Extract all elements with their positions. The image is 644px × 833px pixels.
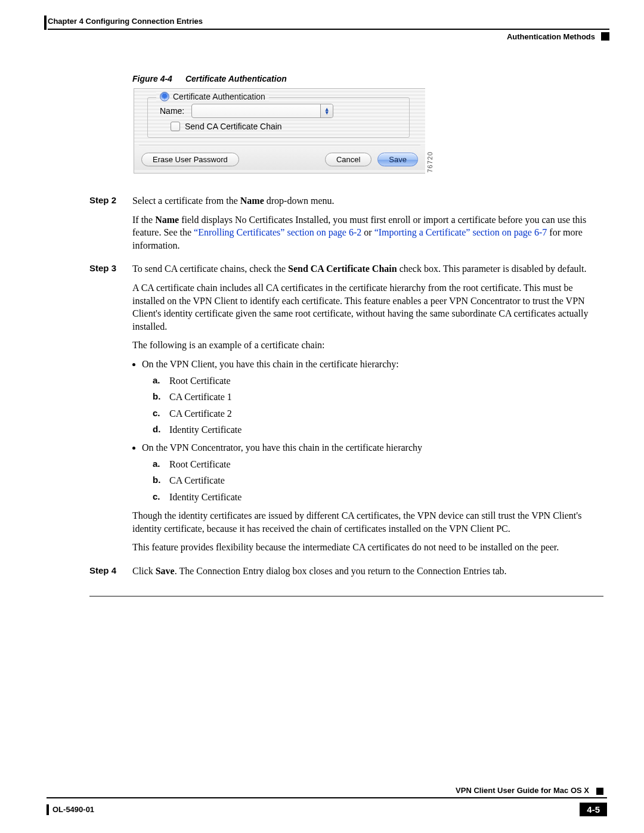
step-3-p1: To send CA certificate chains, check the…	[132, 262, 603, 275]
header-chapter: Chapter 4 Configuring Connection Entries	[48, 17, 203, 26]
step-2-p2: If the Name field displays No Certificat…	[132, 213, 603, 252]
radio-selected-icon	[160, 92, 169, 101]
cert-auth-radio-label: Certificate Authentication	[173, 92, 265, 101]
footer-guide-title: VPN Client User Guide for Mac OS X	[456, 786, 589, 795]
step-4-p1: Click Save. The Connection Entry dialog …	[132, 565, 603, 578]
step-label: Step 3	[89, 262, 122, 560]
header-square-icon	[601, 32, 609, 41]
figure-label: Figure 4-4	[132, 74, 172, 83]
cancel-button[interactable]: Cancel	[325, 153, 371, 166]
chain-checkbox-label: Send CA Certificate Chain	[185, 122, 282, 131]
checkbox-icon	[171, 122, 180, 131]
step-3-p4: Though the identity certificates are iss…	[132, 509, 603, 535]
erase-password-button[interactable]: Erase User Password	[141, 153, 239, 166]
step-3-p5: This feature provides flexibility becaus…	[132, 541, 603, 554]
figure-panel: Certificate Authentication Name: ▲▼ Send…	[134, 88, 425, 174]
step-2: Step 2 Select a certificate from the Nam…	[89, 194, 603, 258]
step-4: Step 4 Click Save. The Connection Entry …	[89, 565, 603, 584]
end-rule	[89, 596, 603, 597]
step-3: Step 3 To send CA certificate chains, ch…	[89, 262, 603, 560]
link-enrolling-certificates[interactable]: “Enrolling Certificates” section on page…	[194, 227, 361, 237]
list-item: On the VPN Concentrator, you have this c…	[142, 441, 603, 503]
step-label: Step 2	[89, 194, 122, 258]
chain-list: On the VPN Client, you have this chain i…	[142, 358, 603, 503]
header-accent-bar	[44, 16, 47, 30]
step-3-p2: A CA certificate chain includes all CA c…	[132, 281, 603, 333]
header-rule	[48, 29, 609, 30]
cert-auth-radio-row[interactable]: Certificate Authentication	[156, 92, 269, 101]
figure-id: 76720	[426, 151, 434, 173]
footer-accent-bar	[47, 804, 49, 815]
panel-separator	[139, 145, 420, 145]
save-button[interactable]: Save	[377, 153, 418, 166]
header-section: Authentication Methods	[507, 32, 595, 41]
footer-square-icon	[596, 788, 603, 795]
step-label: Step 4	[89, 565, 122, 584]
button-row: Erase User Password Cancel Save	[134, 148, 425, 170]
footer-doc-id: OL-5490-01	[52, 805, 94, 814]
list-item: On the VPN Client, you have this chain i…	[142, 358, 603, 436]
page: Chapter 4 Configuring Connection Entries…	[0, 0, 644, 833]
cert-auth-groupbox: Certificate Authentication Name: ▲▼ Send…	[147, 97, 410, 138]
name-row: Name: ▲▼	[160, 104, 400, 118]
name-label: Name:	[160, 106, 184, 116]
footer-rule	[47, 797, 607, 798]
name-dropdown[interactable]: ▲▼	[191, 104, 333, 118]
dropdown-arrows-icon: ▲▼	[320, 104, 333, 117]
step-2-p1: Select a certificate from the Name drop-…	[132, 194, 603, 208]
figure-title: Certificate Authentication	[185, 74, 287, 83]
chain-checkbox-row[interactable]: Send CA Certificate Chain	[171, 122, 282, 131]
page-number: 4-5	[580, 803, 607, 816]
body: Step 2 Select a certificate from the Nam…	[89, 194, 603, 597]
step-3-p3: The following is an example of a certifi…	[132, 339, 603, 352]
figure-caption: Figure 4-4Certificate Authentication	[132, 74, 287, 83]
link-importing-certificate[interactable]: “Importing a Certificate” section on pag…	[374, 227, 547, 237]
